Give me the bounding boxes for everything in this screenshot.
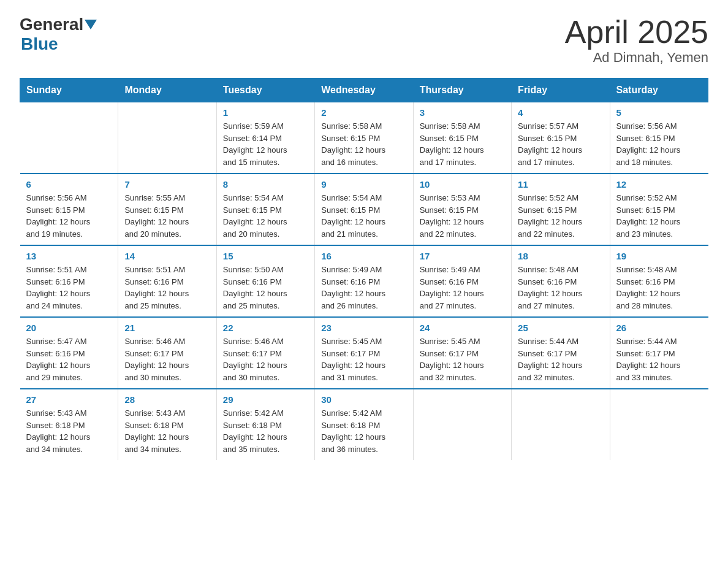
day-cell: 27Sunrise: 5:43 AMSunset: 6:18 PMDayligh… bbox=[20, 389, 118, 460]
day-cell bbox=[610, 389, 708, 460]
day-info: Sunrise: 5:54 AMSunset: 6:15 PMDaylight:… bbox=[321, 192, 406, 240]
logo-triangle-icon bbox=[85, 20, 97, 29]
day-cell: 21Sunrise: 5:46 AMSunset: 6:17 PMDayligh… bbox=[118, 317, 216, 389]
day-number: 25 bbox=[518, 323, 603, 333]
day-number: 15 bbox=[223, 251, 308, 261]
day-cell: 11Sunrise: 5:52 AMSunset: 6:15 PMDayligh… bbox=[512, 174, 610, 245]
day-info: Sunrise: 5:46 AMSunset: 6:17 PMDaylight:… bbox=[223, 335, 308, 383]
header-monday: Monday bbox=[118, 79, 216, 102]
day-cell: 7Sunrise: 5:55 AMSunset: 6:15 PMDaylight… bbox=[118, 174, 216, 245]
day-number: 16 bbox=[321, 251, 406, 261]
day-number: 8 bbox=[223, 179, 308, 190]
day-number: 26 bbox=[616, 323, 702, 333]
day-cell: 2Sunrise: 5:58 AMSunset: 6:15 PMDaylight… bbox=[315, 102, 413, 174]
calendar-header: Sunday Monday Tuesday Wednesday Thursday… bbox=[20, 79, 708, 102]
day-info: Sunrise: 5:50 AMSunset: 6:16 PMDaylight:… bbox=[223, 264, 308, 312]
day-number: 27 bbox=[26, 394, 112, 405]
calendar-table: Sunday Monday Tuesday Wednesday Thursday… bbox=[20, 78, 708, 460]
day-info: Sunrise: 5:47 AMSunset: 6:16 PMDaylight:… bbox=[26, 335, 112, 383]
week-row-2: 6Sunrise: 5:56 AMSunset: 6:15 PMDaylight… bbox=[20, 174, 708, 245]
week-row-1: 1Sunrise: 5:59 AMSunset: 6:14 PMDaylight… bbox=[20, 102, 708, 174]
logo: General Blue bbox=[20, 15, 98, 54]
page-header: General Blue April 2025 Ad Dimnah, Yemen bbox=[20, 15, 708, 66]
day-number: 22 bbox=[223, 323, 308, 333]
day-cell: 24Sunrise: 5:45 AMSunset: 6:17 PMDayligh… bbox=[413, 317, 511, 389]
day-cell: 28Sunrise: 5:43 AMSunset: 6:18 PMDayligh… bbox=[118, 389, 216, 460]
day-info: Sunrise: 5:42 AMSunset: 6:18 PMDaylight:… bbox=[321, 407, 406, 455]
day-number: 9 bbox=[321, 179, 406, 190]
day-info: Sunrise: 5:58 AMSunset: 6:15 PMDaylight:… bbox=[321, 120, 406, 168]
day-cell: 12Sunrise: 5:52 AMSunset: 6:15 PMDayligh… bbox=[610, 174, 708, 245]
day-cell: 17Sunrise: 5:49 AMSunset: 6:16 PMDayligh… bbox=[413, 245, 511, 317]
day-cell: 4Sunrise: 5:57 AMSunset: 6:15 PMDaylight… bbox=[512, 102, 610, 174]
day-info: Sunrise: 5:48 AMSunset: 6:16 PMDaylight:… bbox=[518, 264, 603, 312]
day-info: Sunrise: 5:51 AMSunset: 6:16 PMDaylight:… bbox=[26, 264, 112, 312]
day-number: 6 bbox=[26, 179, 112, 190]
day-cell bbox=[118, 102, 216, 174]
day-cell: 16Sunrise: 5:49 AMSunset: 6:16 PMDayligh… bbox=[315, 245, 413, 317]
day-info: Sunrise: 5:44 AMSunset: 6:17 PMDaylight:… bbox=[616, 335, 702, 383]
day-info: Sunrise: 5:52 AMSunset: 6:15 PMDaylight:… bbox=[518, 192, 603, 240]
day-number: 10 bbox=[420, 179, 505, 190]
day-info: Sunrise: 5:48 AMSunset: 6:16 PMDaylight:… bbox=[616, 264, 702, 312]
day-number: 20 bbox=[26, 323, 112, 333]
header-saturday: Saturday bbox=[610, 79, 708, 102]
day-cell bbox=[413, 389, 511, 460]
day-cell: 6Sunrise: 5:56 AMSunset: 6:15 PMDaylight… bbox=[20, 174, 118, 245]
day-cell: 18Sunrise: 5:48 AMSunset: 6:16 PMDayligh… bbox=[512, 245, 610, 317]
day-cell: 5Sunrise: 5:56 AMSunset: 6:15 PMDaylight… bbox=[610, 102, 708, 174]
day-number: 5 bbox=[616, 107, 702, 118]
day-cell: 26Sunrise: 5:44 AMSunset: 6:17 PMDayligh… bbox=[610, 317, 708, 389]
day-info: Sunrise: 5:56 AMSunset: 6:15 PMDaylight:… bbox=[26, 192, 112, 240]
day-info: Sunrise: 5:42 AMSunset: 6:18 PMDaylight:… bbox=[223, 407, 308, 455]
day-number: 28 bbox=[124, 394, 210, 405]
day-cell: 1Sunrise: 5:59 AMSunset: 6:14 PMDaylight… bbox=[216, 102, 314, 174]
day-cell: 9Sunrise: 5:54 AMSunset: 6:15 PMDaylight… bbox=[315, 174, 413, 245]
day-info: Sunrise: 5:53 AMSunset: 6:15 PMDaylight:… bbox=[420, 192, 505, 240]
day-cell: 23Sunrise: 5:45 AMSunset: 6:17 PMDayligh… bbox=[315, 317, 413, 389]
logo-blue-text: Blue bbox=[21, 34, 58, 53]
day-info: Sunrise: 5:56 AMSunset: 6:15 PMDaylight:… bbox=[616, 120, 702, 168]
day-cell bbox=[20, 102, 118, 174]
day-number: 18 bbox=[518, 251, 603, 261]
day-number: 29 bbox=[223, 394, 308, 405]
day-cell: 10Sunrise: 5:53 AMSunset: 6:15 PMDayligh… bbox=[413, 174, 511, 245]
header-sunday: Sunday bbox=[20, 79, 118, 102]
day-number: 2 bbox=[321, 107, 406, 118]
day-cell: 14Sunrise: 5:51 AMSunset: 6:16 PMDayligh… bbox=[118, 245, 216, 317]
day-info: Sunrise: 5:58 AMSunset: 6:15 PMDaylight:… bbox=[420, 120, 505, 168]
header-friday: Friday bbox=[512, 79, 610, 102]
day-info: Sunrise: 5:49 AMSunset: 6:16 PMDaylight:… bbox=[420, 264, 505, 312]
header-row: Sunday Monday Tuesday Wednesday Thursday… bbox=[20, 79, 708, 102]
day-info: Sunrise: 5:51 AMSunset: 6:16 PMDaylight:… bbox=[124, 264, 210, 312]
day-cell: 15Sunrise: 5:50 AMSunset: 6:16 PMDayligh… bbox=[216, 245, 314, 317]
day-number: 14 bbox=[124, 251, 210, 261]
day-cell: 19Sunrise: 5:48 AMSunset: 6:16 PMDayligh… bbox=[610, 245, 708, 317]
page-title: April 2025 bbox=[565, 15, 708, 50]
day-cell: 30Sunrise: 5:42 AMSunset: 6:18 PMDayligh… bbox=[315, 389, 413, 460]
day-info: Sunrise: 5:45 AMSunset: 6:17 PMDaylight:… bbox=[420, 335, 505, 383]
day-number: 11 bbox=[518, 179, 603, 190]
day-number: 21 bbox=[124, 323, 210, 333]
week-row-3: 13Sunrise: 5:51 AMSunset: 6:16 PMDayligh… bbox=[20, 245, 708, 317]
day-number: 3 bbox=[420, 107, 505, 118]
calendar-body: 1Sunrise: 5:59 AMSunset: 6:14 PMDaylight… bbox=[20, 102, 708, 461]
header-wednesday: Wednesday bbox=[315, 79, 413, 102]
day-cell: 29Sunrise: 5:42 AMSunset: 6:18 PMDayligh… bbox=[216, 389, 314, 460]
day-info: Sunrise: 5:52 AMSunset: 6:15 PMDaylight:… bbox=[616, 192, 702, 240]
day-cell: 20Sunrise: 5:47 AMSunset: 6:16 PMDayligh… bbox=[20, 317, 118, 389]
day-cell: 13Sunrise: 5:51 AMSunset: 6:16 PMDayligh… bbox=[20, 245, 118, 317]
day-info: Sunrise: 5:43 AMSunset: 6:18 PMDaylight:… bbox=[26, 407, 112, 455]
day-info: Sunrise: 5:46 AMSunset: 6:17 PMDaylight:… bbox=[124, 335, 210, 383]
week-row-4: 20Sunrise: 5:47 AMSunset: 6:16 PMDayligh… bbox=[20, 317, 708, 389]
day-info: Sunrise: 5:44 AMSunset: 6:17 PMDaylight:… bbox=[518, 335, 603, 383]
day-info: Sunrise: 5:55 AMSunset: 6:15 PMDaylight:… bbox=[124, 192, 210, 240]
day-number: 23 bbox=[321, 323, 406, 333]
day-number: 7 bbox=[124, 179, 210, 190]
title-block: April 2025 Ad Dimnah, Yemen bbox=[565, 15, 708, 66]
day-number: 19 bbox=[616, 251, 702, 261]
day-cell: 8Sunrise: 5:54 AMSunset: 6:15 PMDaylight… bbox=[216, 174, 314, 245]
page-subtitle: Ad Dimnah, Yemen bbox=[565, 50, 708, 66]
header-tuesday: Tuesday bbox=[216, 79, 314, 102]
day-info: Sunrise: 5:49 AMSunset: 6:16 PMDaylight:… bbox=[321, 264, 406, 312]
